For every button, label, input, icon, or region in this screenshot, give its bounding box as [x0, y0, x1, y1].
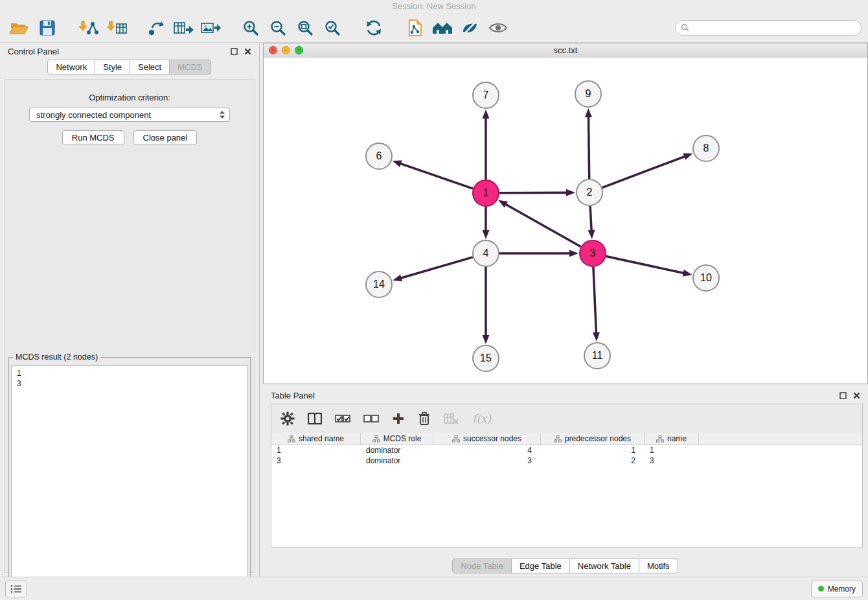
import-network-button[interactable]: [76, 16, 101, 40]
optimization-criterion-select[interactable]: strongly connected component: [29, 108, 230, 122]
window-minimize-icon[interactable]: −: [282, 46, 290, 54]
column-header-shared-name[interactable]: shared name: [271, 433, 361, 444]
close-table-panel-icon[interactable]: [853, 392, 860, 399]
search-input[interactable]: [692, 23, 856, 33]
delete-column-button[interactable]: [418, 411, 431, 426]
style-brush-button[interactable]: [457, 16, 482, 40]
show-hide-button[interactable]: [486, 16, 510, 40]
export-image-button[interactable]: [198, 16, 223, 40]
search-icon: [681, 23, 689, 32]
graph-node-1[interactable]: 1: [473, 180, 499, 206]
graph-node-4[interactable]: 4: [473, 240, 499, 266]
delete-table-icon: [444, 412, 459, 425]
graph-node-3[interactable]: 3: [580, 240, 606, 266]
unselect-all-columns-button[interactable]: [363, 413, 379, 424]
graph-node-7[interactable]: 7: [473, 82, 499, 108]
graph-node-10[interactable]: 10: [693, 265, 719, 291]
memory-button[interactable]: Memory: [811, 581, 863, 597]
graph-node-15[interactable]: 15: [473, 345, 499, 371]
zoom-selected-button[interactable]: [320, 16, 345, 40]
save-session-button[interactable]: [35, 16, 60, 40]
table-cell[interactable]: 3: [433, 456, 541, 465]
graph-node-14[interactable]: 14: [366, 271, 392, 297]
graph-node-9[interactable]: 9: [575, 81, 601, 107]
tab-select[interactable]: Select: [130, 60, 170, 75]
network-canvas[interactable]: 7968124314101511: [264, 58, 867, 384]
zoom-out-button[interactable]: [266, 16, 290, 40]
table-tab-edge-table[interactable]: Edge Table: [511, 559, 570, 573]
table-row[interactable]: 3dominator323: [271, 456, 862, 466]
control-panel-tabs: NetworkStyleSelectMCDS: [0, 60, 259, 75]
graph-node-11[interactable]: 11: [584, 343, 610, 369]
run-mcds-button[interactable]: Run MCDS: [62, 130, 124, 145]
close-panel-icon[interactable]: [244, 48, 251, 55]
table-cell[interactable]: 3: [271, 456, 361, 465]
tab-style[interactable]: Style: [95, 60, 130, 75]
home-button[interactable]: [430, 16, 455, 40]
select-all-icon: [335, 413, 350, 424]
export-network-button[interactable]: [144, 16, 168, 40]
export-table-button[interactable]: [171, 16, 196, 40]
svg-text:6: 6: [376, 150, 382, 161]
import-table-button[interactable]: [105, 16, 130, 40]
function-builder-button[interactable]: f(x): [472, 412, 491, 425]
graph-node-6[interactable]: 6: [366, 143, 392, 169]
graph-edge-2-3[interactable]: [590, 206, 591, 231]
zoom-in-button[interactable]: [238, 16, 263, 40]
zoom-fit-button[interactable]: [293, 16, 317, 40]
column-header-name[interactable]: name: [645, 433, 699, 444]
table-rows[interactable]: 1dominator4113dominator323: [271, 445, 862, 547]
graph-node-2[interactable]: 2: [577, 179, 602, 205]
column-header-MCDS-role[interactable]: MCDS role: [361, 433, 433, 444]
column-header-successor-nodes[interactable]: successor nodes: [433, 433, 541, 444]
close-panel-button[interactable]: Close panel: [133, 130, 198, 145]
zoom-out-icon: [269, 19, 286, 36]
graph-edge-3-10[interactable]: [606, 256, 685, 273]
column-tree-icon: [372, 435, 380, 443]
table-cell[interactable]: 4: [433, 446, 541, 455]
network-graph-svg[interactable]: 7968124314101511: [264, 58, 868, 385]
table-settings-button[interactable]: [280, 411, 295, 426]
window-close-icon[interactable]: ×: [269, 46, 277, 54]
float-table-panel-icon[interactable]: [839, 392, 847, 399]
graph-edge-4-14[interactable]: [400, 257, 473, 279]
table-tab-node-table[interactable]: Node Table: [452, 559, 512, 573]
mcds-result-text[interactable]: 13: [11, 365, 248, 600]
graph-edge-arrowhead: [498, 200, 508, 208]
show-columns-button[interactable]: [308, 412, 322, 425]
select-all-columns-button[interactable]: [335, 413, 350, 424]
table-cell[interactable]: 3: [645, 456, 699, 465]
table-cell[interactable]: 1: [645, 446, 699, 455]
table-cell[interactable]: 2: [541, 456, 645, 465]
table-row[interactable]: 1dominator411: [271, 445, 862, 456]
tab-mcds[interactable]: MCDS: [169, 60, 211, 75]
network-window-title: scc.txt: [554, 45, 578, 55]
network-file-button[interactable]: [403, 16, 428, 40]
tab-network[interactable]: Network: [47, 60, 95, 75]
table-cell[interactable]: 1: [541, 446, 645, 455]
column-header-predecessor-nodes[interactable]: predecessor nodes: [541, 433, 645, 444]
graph-edge-1-2[interactable]: [499, 192, 567, 193]
graph-edge-1-6[interactable]: [400, 163, 473, 189]
table-cell[interactable]: dominator: [361, 446, 433, 455]
task-history-button[interactable]: [5, 581, 27, 597]
graph-edge-3-11[interactable]: [593, 267, 597, 334]
table-cell[interactable]: dominator: [361, 456, 433, 465]
network-window-titlebar[interactable]: × − + scc.txt: [264, 43, 867, 58]
table-tab-network-table[interactable]: Network Table: [569, 559, 639, 573]
open-session-button[interactable]: [6, 16, 31, 40]
search-box[interactable]: [675, 20, 862, 36]
delete-table-button[interactable]: [444, 412, 459, 425]
graph-edge-2-9[interactable]: [588, 116, 589, 179]
column-tree-icon: [656, 435, 664, 443]
float-panel-icon[interactable]: [231, 48, 238, 55]
graph-edge-3-1[interactable]: [505, 204, 581, 247]
graph-node-8[interactable]: 8: [693, 135, 719, 161]
create-column-button[interactable]: [392, 412, 405, 425]
graph-edge-arrowhead: [566, 189, 575, 196]
table-tab-motifs[interactable]: Motifs: [639, 559, 678, 573]
graph-edge-2-8[interactable]: [602, 156, 686, 188]
table-cell[interactable]: 1: [271, 446, 361, 455]
refresh-button[interactable]: [361, 16, 386, 40]
window-zoom-icon[interactable]: +: [295, 46, 303, 54]
